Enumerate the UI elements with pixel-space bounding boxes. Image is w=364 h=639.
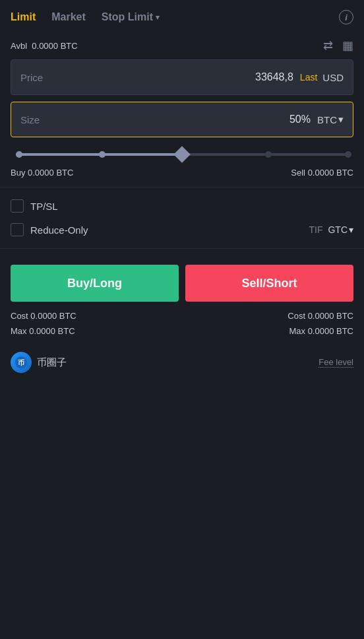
buy-cost-label: Cost xyxy=(11,311,28,321)
price-currency: USD xyxy=(322,72,344,83)
sell-label: Sell xyxy=(291,168,305,178)
tif-label: TIF xyxy=(309,224,322,235)
svg-text:币: 币 xyxy=(18,359,24,366)
tif-dropdown[interactable]: GTC ▾ xyxy=(328,224,353,235)
tpsl-checkbox[interactable] xyxy=(11,199,24,213)
transfer-icon[interactable]: ⇄ xyxy=(323,38,333,53)
footer: 币 币圈子 Fee level xyxy=(0,344,364,381)
slider-dot-25 xyxy=(99,151,106,158)
avbl-icons: ⇄ ▦ xyxy=(323,38,353,53)
cost-row: Cost 0.0000 BTC Cost 0.0000 BTC xyxy=(0,308,364,323)
sell-max-value: 0.0000 BTC xyxy=(308,326,353,336)
last-button[interactable]: Last xyxy=(300,72,317,83)
sell-info: Sell 0.0000 BTC xyxy=(291,168,353,178)
tif-chevron-icon: ▾ xyxy=(349,224,353,235)
sell-max-label: Max xyxy=(289,326,305,336)
logo-icon: 币 xyxy=(11,352,32,373)
slider-dot-100 xyxy=(345,151,351,158)
sell-value: 0.0000 BTC xyxy=(308,168,353,178)
buy-cost-value: 0.0000 BTC xyxy=(30,311,76,321)
logo-text: 币圈子 xyxy=(37,356,67,369)
tif-value: GTC xyxy=(328,224,348,235)
buy-label: Buy xyxy=(11,168,25,178)
reduce-only-checkbox[interactable] xyxy=(11,223,24,236)
reduce-only-row: Reduce-Only TIF GTC ▾ xyxy=(0,218,364,242)
divider-1 xyxy=(0,187,364,187)
sell-cost-label: Cost xyxy=(288,311,305,321)
sell-cost-value: 0.0000 BTC xyxy=(308,311,353,321)
slider-container xyxy=(0,144,364,162)
avbl-label: Avbl xyxy=(11,41,27,51)
avbl-value: 0.0000 BTC xyxy=(32,41,77,51)
size-currency-dropdown[interactable]: BTC ▾ xyxy=(317,114,344,125)
slider-dot-75 xyxy=(265,151,272,158)
tab-stop-limit-label: Stop Limit xyxy=(102,11,153,23)
sell-cost: Cost 0.0000 BTC xyxy=(288,311,353,321)
tab-stop-limit[interactable]: Stop Limit ▾ xyxy=(102,11,160,23)
fee-level-button[interactable]: Fee level xyxy=(318,357,353,368)
size-field[interactable]: Size 50% BTC ▾ xyxy=(11,102,353,137)
reduce-only-label: Reduce-Only xyxy=(30,224,309,236)
size-value: 50% xyxy=(289,114,311,125)
price-value: 33648,8 xyxy=(255,71,293,83)
tpsl-row: TP/SL xyxy=(0,194,364,218)
buy-long-button[interactable]: Buy/Long xyxy=(11,265,179,302)
size-chevron-icon: ▾ xyxy=(338,114,344,125)
tab-limit[interactable]: Limit xyxy=(11,11,36,23)
price-label: Price xyxy=(20,72,255,83)
sell-max: Max 0.0000 BTC xyxy=(289,326,353,336)
buy-max: Max 0.0000 BTC xyxy=(11,326,75,336)
price-field[interactable]: Price 33648,8 Last USD xyxy=(11,59,353,95)
info-icon[interactable]: i xyxy=(339,10,353,24)
divider-2 xyxy=(0,248,364,249)
tpsl-label: TP/SL xyxy=(30,201,353,212)
logo-svg: 币 xyxy=(15,356,28,369)
size-currency: BTC xyxy=(317,114,337,125)
calculator-icon[interactable]: ▦ xyxy=(342,38,353,53)
buy-cost: Cost 0.0000 BTC xyxy=(11,311,76,321)
slider-track[interactable] xyxy=(16,153,348,156)
tab-bar: Limit Market Stop Limit ▾ i xyxy=(0,0,364,34)
footer-logo: 币 币圈子 xyxy=(11,352,67,373)
avbl-row: Avbl 0.0000 BTC ⇄ ▦ xyxy=(0,34,364,59)
buy-info: Buy 0.0000 BTC xyxy=(11,168,73,178)
buy-max-value: 0.0000 BTC xyxy=(29,326,75,336)
slider-dot-0 xyxy=(16,151,22,158)
avbl-balance: Avbl 0.0000 BTC xyxy=(11,41,78,51)
tab-market[interactable]: Market xyxy=(51,11,86,23)
action-buttons: Buy/Long Sell/Short xyxy=(0,255,364,308)
sell-short-button[interactable]: Sell/Short xyxy=(185,265,353,302)
tif-section: TIF GTC ▾ xyxy=(309,224,353,235)
chevron-down-icon: ▾ xyxy=(156,13,160,22)
max-row: Max 0.0000 BTC Max 0.0000 BTC xyxy=(0,323,364,339)
slider-thumb[interactable] xyxy=(173,146,190,162)
size-label: Size xyxy=(20,114,289,125)
buy-value: 0.0000 BTC xyxy=(28,168,73,178)
buysell-info-row: Buy 0.0000 BTC Sell 0.0000 BTC xyxy=(0,162,364,180)
buy-max-label: Max xyxy=(11,326,27,336)
